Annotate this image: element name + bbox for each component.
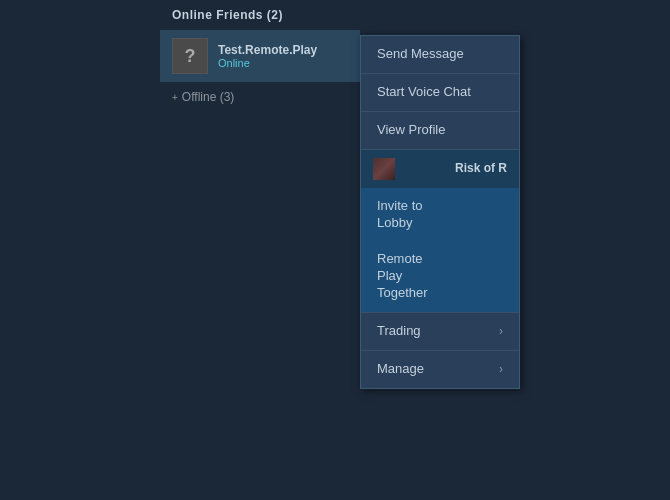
friends-panel: Online Friends (2) ? Test.Remote.Play On… [160, 0, 360, 500]
game-row-item[interactable]: Risk of R [361, 150, 519, 188]
trading-arrow-icon: › [499, 324, 503, 340]
friend-list-item[interactable]: ? Test.Remote.Play Online [160, 30, 360, 82]
friend-info: Test.Remote.Play Online [218, 43, 317, 69]
friend-name: Test.Remote.Play [218, 43, 317, 57]
view-profile-item[interactable]: View Profile [361, 112, 519, 149]
start-voice-chat-item[interactable]: Start Voice Chat [361, 74, 519, 111]
manage-arrow-icon: › [499, 362, 503, 378]
offline-friends-header[interactable]: + Offline (3) [160, 82, 360, 112]
online-friends-header: Online Friends (2) [160, 0, 360, 30]
trading-item[interactable]: Trading › [361, 313, 519, 350]
friend-status: Online [218, 57, 317, 69]
remote-play-together-item[interactable]: Remote Play Together [361, 241, 519, 312]
game-label: Risk of R [455, 161, 507, 177]
expand-icon: + [172, 92, 178, 103]
context-menu: Send Message Start Voice Chat View Profi… [360, 35, 520, 389]
game-icon [373, 158, 395, 180]
offline-count-label: Offline (3) [182, 90, 234, 104]
invite-to-lobby-item[interactable]: Invite to Lobby [361, 188, 519, 242]
manage-item[interactable]: Manage › [361, 351, 519, 388]
online-count-label: Online Friends (2) [172, 8, 283, 22]
send-message-item[interactable]: Send Message [361, 36, 519, 73]
avatar: ? [172, 38, 208, 74]
